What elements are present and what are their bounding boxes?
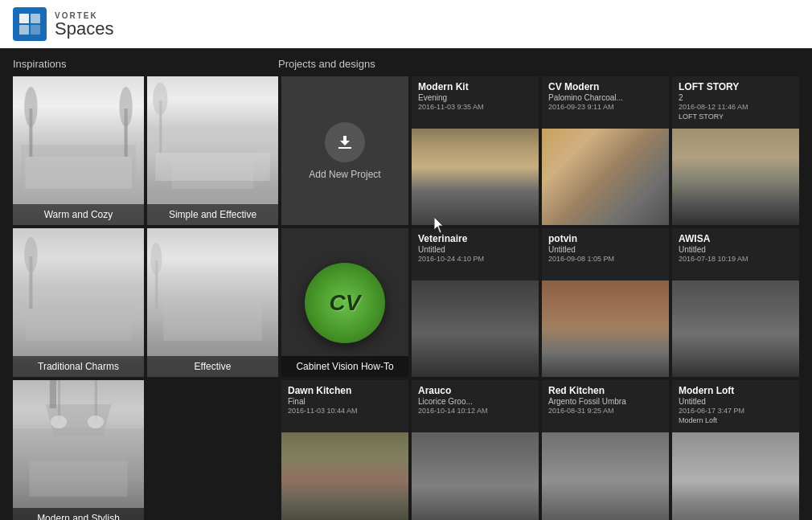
project-image <box>412 280 539 377</box>
project-date: 2016-08-31 9:25 AM <box>548 407 662 415</box>
project-subtitle: Untitled <box>548 245 662 254</box>
project-image <box>672 280 799 377</box>
project-header: potvin Untitled 2016-09-08 1:05 PM <box>542 228 669 266</box>
project-title: potvin <box>548 233 662 244</box>
inspiration-modern-stylish[interactable]: Modern and Stylish <box>13 380 144 520</box>
project-title: Veterinaire <box>418 233 532 244</box>
cv-logo-text: CV <box>330 290 361 316</box>
project-red-kitchen[interactable]: Red Kitchen Argento Fossil Umbra 2016-08… <box>542 380 669 520</box>
header: VORTEK Spaces <box>0 0 812 48</box>
project-arauco[interactable]: Arauco Licorice Groo... 2016-10-14 10:12… <box>412 380 539 520</box>
logo-icon <box>13 7 47 41</box>
project-potvin[interactable]: potvin Untitled 2016-09-08 1:05 PM <box>542 228 669 377</box>
project-date: 2016-07-18 10:19 AM <box>679 255 793 263</box>
project-date: 2016-10-14 10:12 AM <box>418 407 532 415</box>
project-cv-modern[interactable]: CV Modern Palomino Charcoal... 2016-09-2… <box>542 76 669 225</box>
project-header: LOFT STORY 2 2016-08-12 11:46 AM LOFT ST… <box>672 76 799 124</box>
project-title: Modern Kit <box>418 81 532 92</box>
inspirations-section-label: Inspirations <box>13 58 278 70</box>
project-title: AWISA <box>679 233 793 244</box>
inspiration-label-modern-stylish: Modern and Stylish <box>13 508 144 520</box>
svg-point-29 <box>51 416 67 428</box>
project-subtitle: Untitled <box>679 245 793 254</box>
project-modern-kit[interactable]: Modern Kit Evening 2016-11-03 9:35 AM <box>412 76 539 225</box>
download-icon <box>335 133 355 152</box>
project-date: 2016-06-17 3:47 PM <box>679 407 793 415</box>
project-date: 2016-09-08 1:05 PM <box>548 255 662 263</box>
project-title: Dawn Kitchen <box>288 385 402 396</box>
project-header: Arauco Licorice Groo... 2016-10-14 10:12… <box>412 380 539 418</box>
cabinet-vision-tile[interactable]: CV Cabinet Vision How-To <box>281 228 408 377</box>
project-header: Dawn Kitchen Final 2016-11-03 10:44 AM <box>281 380 408 418</box>
project-awisa[interactable]: AWISA Untitled 2016-07-18 10:19 AM <box>672 228 799 377</box>
project-title: CV Modern <box>548 81 662 92</box>
inspirations-grid: Warm and Cozy Simple and Effective <box>13 76 278 520</box>
svg-rect-3 <box>31 25 40 35</box>
project-loft-story[interactable]: LOFT STORY 2 2016-08-12 11:46 AM LOFT ST… <box>672 76 799 225</box>
project-subtitle: 2 <box>679 93 793 102</box>
project-image <box>672 432 799 520</box>
inspiration-effective[interactable]: Effective <box>147 228 278 377</box>
svg-point-14 <box>153 83 167 115</box>
project-title: Arauco <box>418 385 532 396</box>
project-subtitle: Untitled <box>418 245 532 254</box>
projects-section-label: Projects and designs <box>278 58 799 70</box>
svg-rect-32 <box>338 147 351 149</box>
project-subtitle: Argento Fossil Umbra <box>548 397 662 406</box>
svg-point-23 <box>150 243 162 275</box>
project-extra: Modern Loft <box>679 416 793 424</box>
logo-container: VORTEK Spaces <box>13 7 113 41</box>
cv-label: Cabinet Vision How-To <box>281 356 408 377</box>
svg-point-19 <box>24 237 37 272</box>
project-image <box>542 280 669 377</box>
svg-rect-30 <box>95 380 97 420</box>
inspirations-empty-cell <box>147 380 278 520</box>
project-date: 2016-11-03 10:44 AM <box>288 407 402 415</box>
project-subtitle: Evening <box>418 93 532 102</box>
project-dawn-kitchen[interactable]: Dawn Kitchen Final 2016-11-03 10:44 AM <box>281 380 408 520</box>
project-title: Red Kitchen <box>548 385 662 396</box>
project-header: Veterinaire Untitled 2016-10-24 4:10 PM <box>412 228 539 266</box>
project-subtitle: Palomino Charcoal... <box>548 93 662 102</box>
inspiration-label-warm-cozy: Warm and Cozy <box>13 204 144 225</box>
inspiration-simple-effective[interactable]: Simple and Effective <box>147 76 278 225</box>
svg-rect-28 <box>58 380 60 420</box>
project-subtitle: Untitled <box>679 397 793 406</box>
add-new-project-label: Add New Project <box>309 169 380 180</box>
main-content: Inspirations Projects and designs Warm <box>0 48 812 520</box>
project-subtitle: Final <box>288 397 402 406</box>
project-header: CV Modern Palomino Charcoal... 2016-09-2… <box>542 76 669 114</box>
svg-rect-2 <box>19 25 29 35</box>
svg-rect-0 <box>19 14 29 23</box>
project-modern-loft[interactable]: Modern Loft Untitled 2016-06-17 3:47 PM … <box>672 380 799 520</box>
project-image <box>412 129 539 225</box>
svg-point-8 <box>24 87 37 127</box>
add-new-project-tile[interactable]: Add New Project <box>281 76 408 225</box>
project-date: 2016-10-24 4:10 PM <box>418 255 532 263</box>
svg-rect-21 <box>163 301 261 341</box>
project-header: Modern Kit Evening 2016-11-03 9:35 AM <box>412 76 539 114</box>
svg-rect-27 <box>29 461 127 497</box>
project-header: AWISA Untitled 2016-07-18 10:19 AM <box>672 228 799 266</box>
project-header: Red Kitchen Argento Fossil Umbra 2016-08… <box>542 380 669 418</box>
inspiration-label-simple-effective: Simple and Effective <box>147 204 278 225</box>
logo-text: VORTEK Spaces <box>55 11 113 38</box>
product-label: Spaces <box>55 20 113 38</box>
project-title: LOFT STORY <box>679 81 793 92</box>
project-image <box>542 432 669 520</box>
section-labels: Inspirations Projects and designs <box>13 58 799 70</box>
project-date: 2016-11-03 9:35 AM <box>418 103 532 111</box>
inspiration-label-effective: Effective <box>147 356 278 377</box>
svg-rect-10 <box>25 157 131 189</box>
projects-grid: Add New Project Modern Kit Evening 2016-… <box>281 76 799 520</box>
project-image <box>542 129 669 225</box>
project-veterinaire[interactable]: Veterinaire Untitled 2016-10-24 4:10 PM <box>412 228 539 377</box>
inspiration-warm-cozy[interactable]: Warm and Cozy <box>13 76 144 225</box>
svg-point-9 <box>119 87 132 127</box>
svg-rect-17 <box>25 305 131 341</box>
inspiration-traditional-charms[interactable]: Traditional Charms <box>13 228 144 377</box>
svg-rect-1 <box>31 14 40 23</box>
add-icon <box>325 122 365 162</box>
project-subtitle: Licorice Groo... <box>418 397 532 406</box>
svg-rect-15 <box>155 153 270 181</box>
